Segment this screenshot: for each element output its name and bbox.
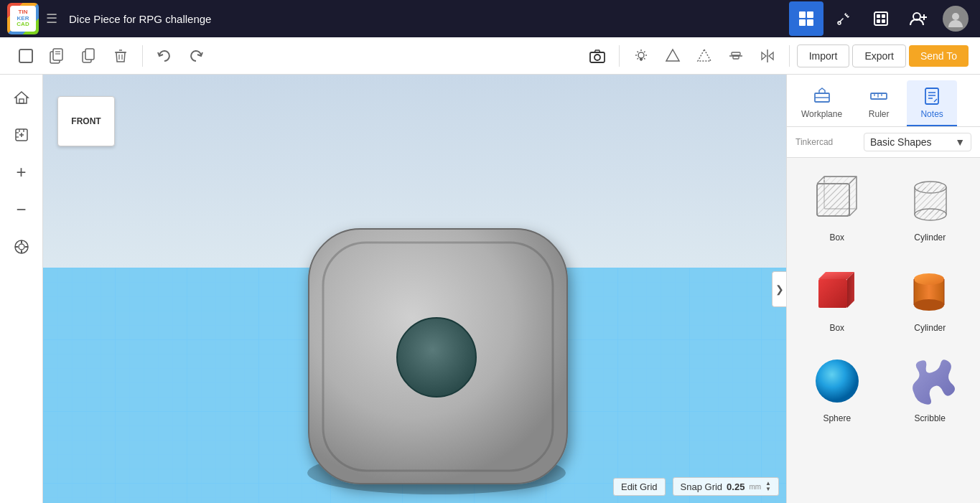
shape-cylinder-gray[interactable]: Cylinder	[887, 165, 974, 248]
shape-preview-box-gray	[808, 171, 866, 228]
svg-point-14	[952, 13, 959, 20]
edit-grid-button[interactable]: Edit Grid	[613, 478, 666, 496]
redo-button[interactable]	[182, 42, 210, 70]
right-tabs: Workplane Ruler	[787, 75, 980, 127]
toolbar-divider	[142, 45, 143, 67]
sendto-button[interactable]: Send To	[909, 45, 969, 67]
svg-rect-9	[882, 19, 885, 23]
chevron-down-icon: ▼	[955, 136, 965, 148]
svg-rect-15	[19, 50, 32, 62]
hole-button[interactable]	[690, 42, 719, 70]
shape-preview-sphere-blue	[808, 352, 866, 409]
shape-sphere-blue[interactable]: Sphere	[794, 346, 880, 429]
svg-rect-24	[590, 52, 605, 62]
zoom-in-button[interactable]: +	[6, 156, 37, 188]
align-button[interactable]	[722, 42, 750, 70]
copy-project-button[interactable]	[43, 42, 72, 70]
svg-line-34	[637, 58, 638, 60]
snap-unit: mm	[749, 483, 761, 491]
header-menu-icon[interactable]: ☰	[46, 11, 57, 27]
camera-button[interactable]	[583, 42, 612, 70]
svg-marker-42	[769, 52, 773, 60]
dice-pip	[397, 318, 476, 397]
import-button[interactable]: Import	[797, 44, 850, 67]
snap-grid-info: Snap Grid 0.25 mm ▲ ▼	[673, 477, 779, 496]
tab-notes-label: Notes	[920, 109, 943, 119]
tools-button[interactable]	[826, 1, 861, 36]
svg-rect-39	[733, 56, 739, 59]
right-panel: Workplane Ruler	[786, 75, 980, 503]
shape-label-cylinder-orange: Cylinder	[914, 323, 946, 333]
shape-button[interactable]	[658, 42, 687, 70]
svg-marker-36	[698, 50, 711, 61]
profile-button[interactable]	[938, 1, 973, 36]
shapes-category-header: Tinkercad Basic Shapes ▼	[787, 127, 980, 158]
new-button[interactable]	[11, 42, 40, 70]
svg-rect-8	[877, 19, 880, 23]
svg-marker-35	[666, 50, 679, 61]
svg-rect-2	[799, 19, 806, 26]
snap-stepper[interactable]: ▲ ▼	[765, 481, 771, 492]
svg-rect-38	[732, 52, 740, 55]
svg-marker-41	[762, 52, 766, 60]
avatar	[943, 6, 969, 32]
svg-line-32	[644, 58, 645, 60]
svg-point-85	[914, 273, 944, 285]
svg-point-25	[594, 55, 600, 60]
delete-button[interactable]	[106, 42, 135, 70]
snap-value: 0.25	[727, 481, 745, 492]
shapes-category-value: Basic Shapes	[870, 136, 932, 148]
toolbar-divider-2	[619, 45, 620, 67]
svg-rect-66	[925, 88, 938, 104]
settings-tool-button[interactable]	[6, 231, 37, 263]
undo-button[interactable]	[150, 42, 179, 70]
add-user-button[interactable]	[901, 1, 935, 36]
tab-ruler-label: Ruler	[869, 109, 890, 119]
svg-rect-62	[871, 93, 887, 99]
shape-label-sphere-blue: Sphere	[823, 413, 851, 423]
tab-notes[interactable]: Notes	[907, 80, 957, 126]
shape-box-red[interactable]: Box	[794, 255, 880, 339]
3d-scene	[43, 75, 786, 503]
tab-workplane[interactable]: Workplane	[793, 80, 851, 126]
zoom-out-button[interactable]: −	[6, 194, 37, 225]
svg-rect-5	[874, 12, 887, 25]
shape-box-gray[interactable]: Box	[794, 165, 880, 248]
svg-rect-21	[85, 49, 94, 60]
shape-cylinder-orange[interactable]: Cylinder	[887, 255, 974, 339]
svg-point-26	[638, 52, 644, 58]
shapes-grid: Box	[787, 158, 980, 503]
svg-point-51	[19, 244, 24, 250]
project-title: Dice Piece for RPG challenge	[69, 13, 782, 25]
home-view-button[interactable]	[6, 82, 37, 113]
tab-workplane-label: Workplane	[801, 109, 842, 119]
front-label: FRONT	[57, 96, 115, 146]
svg-rect-43	[19, 99, 24, 103]
gallery-button[interactable]	[864, 1, 898, 36]
shape-scribble[interactable]: Scribble	[887, 346, 974, 429]
duplicate-button[interactable]	[75, 42, 103, 70]
svg-rect-17	[53, 49, 62, 60]
grid-view-button[interactable]	[789, 1, 823, 36]
svg-point-89	[816, 359, 859, 403]
svg-line-31	[637, 51, 638, 52]
viewport[interactable]: FRONT ❯ Edit Grid Snap Grid 0.25 mm ▲ ▼	[43, 75, 786, 503]
header-right	[789, 1, 973, 36]
svg-rect-0	[799, 11, 806, 18]
svg-rect-1	[807, 11, 813, 18]
tab-ruler[interactable]: Ruler	[854, 80, 904, 126]
light-button[interactable]	[627, 42, 655, 70]
shapes-selector-dropdown[interactable]: Basic Shapes ▼	[864, 133, 971, 151]
toolbar-divider-3	[789, 45, 790, 67]
collapse-panel-button[interactable]: ❯	[772, 271, 786, 307]
shape-preview-cylinder-gray	[901, 171, 958, 228]
fit-view-button[interactable]	[6, 119, 37, 151]
logo[interactable]: TIN KER CAD	[7, 3, 39, 34]
shape-preview-box-red	[808, 261, 866, 319]
shapes-category-label: Tinkercad	[795, 137, 833, 147]
export-button[interactable]: Export	[852, 44, 905, 67]
svg-point-86	[914, 299, 944, 311]
svg-rect-74	[824, 177, 857, 209]
main-layout: + −	[0, 75, 980, 503]
mirror-button[interactable]	[753, 42, 782, 70]
